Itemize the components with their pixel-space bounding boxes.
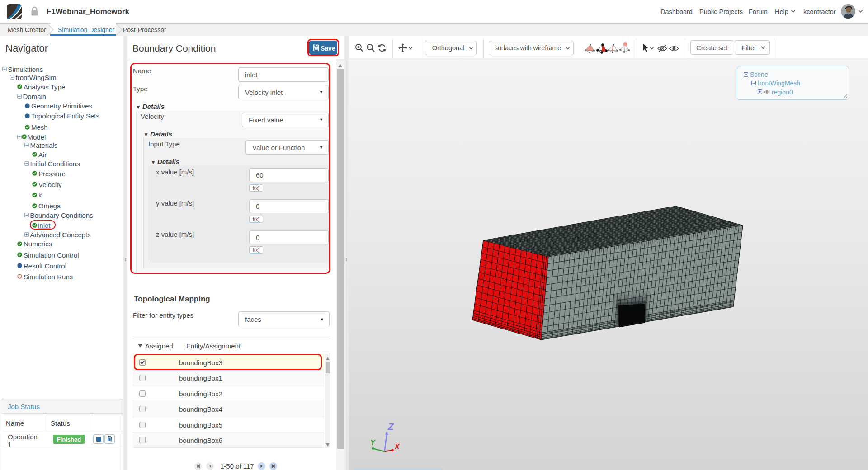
- svg-text:Y: Y: [370, 439, 376, 446]
- svg-text:Z: Z: [387, 421, 394, 432]
- svg-text:X: X: [394, 443, 400, 451]
